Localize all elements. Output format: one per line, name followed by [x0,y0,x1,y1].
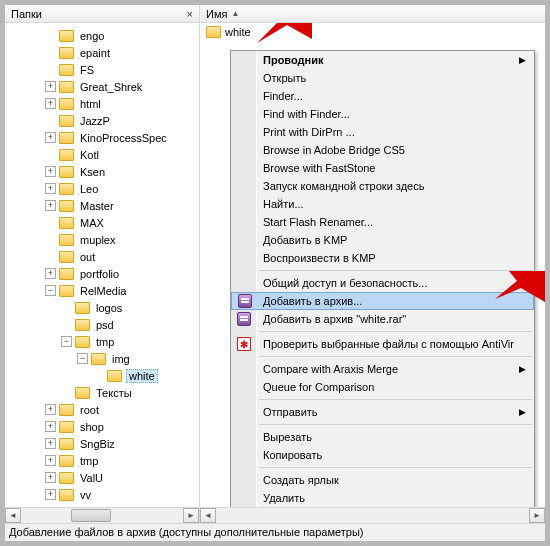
menu-item[interactable]: Start Flash Renamer... [231,213,534,231]
tree-item[interactable]: +KinoProcessSpec [5,129,199,146]
expand-icon[interactable]: + [45,183,56,194]
expand-icon[interactable]: + [45,132,56,143]
tree-item[interactable]: out [5,248,199,265]
expand-icon[interactable]: + [45,200,56,211]
scroll-left-button[interactable]: ◄ [200,508,216,523]
expand-icon[interactable]: + [45,472,56,483]
menu-item[interactable]: Вырезать [231,428,534,446]
list-item[interactable]: white [200,23,545,40]
status-bar: Добавление файлов в архив (доступны допо… [5,523,545,541]
menu-item[interactable]: Добавить в KMP [231,231,534,249]
menu-item[interactable]: Compare with Araxis Merge▶ [231,360,534,378]
tree-item-label: SngBiz [78,438,117,450]
expand-icon[interactable]: + [45,166,56,177]
tree-item[interactable]: JazzP [5,112,199,129]
tree-item[interactable]: MAX [5,214,199,231]
tree-item[interactable]: Тексты [5,384,199,401]
tree-item[interactable]: white [5,367,199,384]
menu-item[interactable]: Print with DirPrn ... [231,123,534,141]
scroll-left-button[interactable]: ◄ [5,508,21,523]
tree-item[interactable]: epaint [5,44,199,61]
tree-item[interactable]: −RelMedia [5,282,199,299]
menu-item[interactable]: Find with Finder... [231,105,534,123]
collapse-icon[interactable]: − [77,353,88,364]
expander-placeholder [61,387,72,398]
tree-item[interactable]: +vv [5,486,199,503]
menu-item[interactable]: Добавить в архив "white.rar" [231,310,534,328]
tree-item[interactable]: psd [5,316,199,333]
menu-item-label: Вырезать [263,431,312,443]
scroll-thumb[interactable] [71,509,111,522]
tree-item-label: img [110,353,132,365]
tree-item-label: JazzP [78,115,112,127]
close-icon[interactable]: × [187,8,193,20]
expand-icon[interactable]: + [45,438,56,449]
tree-item[interactable]: +root [5,401,199,418]
folder-icon [59,404,74,416]
menu-item[interactable]: Общий доступ и безопасность... [231,274,534,292]
menu-item-label: Print with DirPrn ... [263,126,355,138]
tree-item[interactable]: −img [5,350,199,367]
menu-item[interactable]: Queue for Comparison [231,378,534,396]
menu-item[interactable]: Создать ярлык [231,471,534,489]
tree-item[interactable]: engo [5,27,199,44]
submenu-arrow-icon: ▶ [519,364,526,374]
menu-item[interactable]: Проводник▶ [231,51,534,69]
collapse-icon[interactable]: − [45,285,56,296]
horizontal-scrollbar[interactable]: ◄ ► ◄ ► [5,507,545,523]
menu-item[interactable]: Копировать [231,446,534,464]
menu-item[interactable]: Отправить▶ [231,403,534,421]
menu-item[interactable]: Finder... [231,87,534,105]
menu-item[interactable]: Найти... [231,195,534,213]
tree-item-label: psd [94,319,116,331]
tree-item-label: Great_Shrek [78,81,144,93]
tree-item[interactable]: logos [5,299,199,316]
collapse-icon[interactable]: − [61,336,72,347]
column-header-name[interactable]: Имя ▲ [200,5,545,22]
folder-tree[interactable]: engoepaintFS+Great_Shrek+htmlJazzP+KinoP… [5,23,200,507]
menu-item[interactable]: Добавить в архив... [231,292,534,310]
menu-item[interactable]: ✱Проверить выбранные файлы с помощью Ant… [231,335,534,353]
tree-item[interactable]: +html [5,95,199,112]
expand-icon[interactable]: + [45,421,56,432]
tree-item[interactable]: +Ksen [5,163,199,180]
menu-item[interactable]: Открыть [231,69,534,87]
scroll-right-button[interactable]: ► [529,508,545,523]
expander-placeholder [45,64,56,75]
tree-item-label: root [78,404,101,416]
expand-icon[interactable]: + [45,268,56,279]
menu-item[interactable]: Запуск командной строки здесь [231,177,534,195]
menu-item-label: Отправить [263,406,318,418]
expand-icon[interactable]: + [45,81,56,92]
tree-item[interactable]: Kotl [5,146,199,163]
tree-item[interactable]: +tmp [5,452,199,469]
menu-separator [259,270,532,271]
tree-item[interactable]: −tmp [5,333,199,350]
tree-item[interactable]: FS [5,61,199,78]
tree-item[interactable]: +shop [5,418,199,435]
tree-item[interactable]: +portfolio [5,265,199,282]
scroll-right-button[interactable]: ► [183,508,199,523]
expand-icon[interactable]: + [45,98,56,109]
expand-icon[interactable]: + [45,404,56,415]
expand-icon[interactable]: + [45,489,56,500]
tree-item[interactable]: +Leo [5,180,199,197]
menu-item[interactable]: Browse with FastStone [231,159,534,177]
menu-item-label: Find with Finder... [263,108,350,120]
tree-item[interactable]: +Master [5,197,199,214]
expand-icon[interactable]: + [45,455,56,466]
menu-separator [259,399,532,400]
folder-icon [107,370,122,382]
tree-item[interactable]: +Great_Shrek [5,78,199,95]
menu-item-label: Создать ярлык [263,474,339,486]
menu-item-label: Воспроизвести в KMP [263,252,376,264]
tree-item[interactable]: muplex [5,231,199,248]
tree-item-label: epaint [78,47,112,59]
tree-item[interactable]: +SngBiz [5,435,199,452]
menu-item[interactable]: Удалить [231,489,534,507]
tree-item-label: Тексты [94,387,134,399]
expander-placeholder [93,370,104,381]
menu-item[interactable]: Воспроизвести в KMP [231,249,534,267]
tree-item[interactable]: +ValU [5,469,199,486]
menu-item[interactable]: Browse in Adobe Bridge CS5 [231,141,534,159]
